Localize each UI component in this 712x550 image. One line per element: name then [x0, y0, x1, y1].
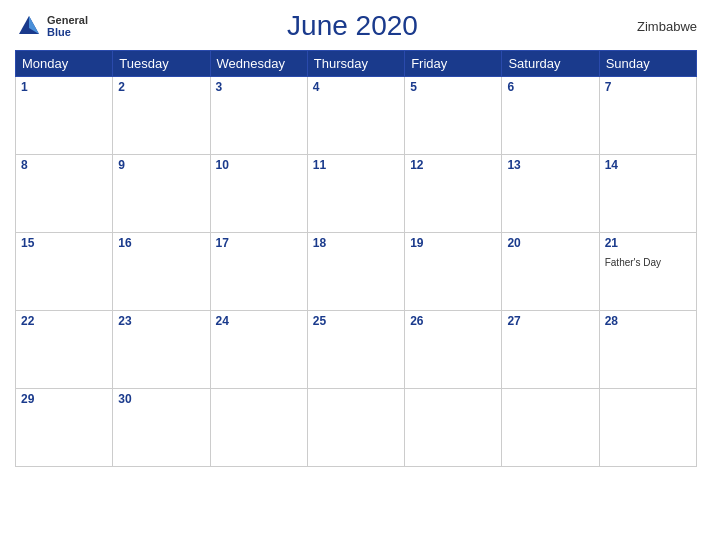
day-event: Father's Day: [605, 257, 661, 268]
calendar-container: General Blue June 2020 Zimbabwe Monday T…: [0, 0, 712, 550]
day-cell-0-4: 5: [405, 77, 502, 155]
day-number: 18: [313, 236, 399, 250]
day-cell-3-4: 26: [405, 311, 502, 389]
day-number: 25: [313, 314, 399, 328]
day-cell-2-0: 15: [16, 233, 113, 311]
logo-area: General Blue: [15, 12, 88, 40]
day-number: 26: [410, 314, 496, 328]
header-wednesday: Wednesday: [210, 51, 307, 77]
day-number: 10: [216, 158, 302, 172]
day-number: 19: [410, 236, 496, 250]
day-cell-1-5: 13: [502, 155, 599, 233]
day-cell-1-1: 9: [113, 155, 210, 233]
day-cell-3-2: 24: [210, 311, 307, 389]
day-cell-4-6: [599, 389, 696, 467]
day-cell-4-1: 30: [113, 389, 210, 467]
week-row-4: 22232425262728: [16, 311, 697, 389]
day-cell-3-5: 27: [502, 311, 599, 389]
day-number: 17: [216, 236, 302, 250]
generalblue-logo-icon: [15, 12, 43, 40]
day-cell-2-1: 16: [113, 233, 210, 311]
day-number: 13: [507, 158, 593, 172]
day-number: 21: [605, 236, 691, 250]
day-cell-4-4: [405, 389, 502, 467]
header-friday: Friday: [405, 51, 502, 77]
weekday-header-row: Monday Tuesday Wednesday Thursday Friday…: [16, 51, 697, 77]
day-cell-4-0: 29: [16, 389, 113, 467]
day-cell-1-0: 8: [16, 155, 113, 233]
day-cell-3-0: 22: [16, 311, 113, 389]
day-number: 1: [21, 80, 107, 94]
logo-text: General Blue: [47, 14, 88, 38]
day-cell-0-6: 7: [599, 77, 696, 155]
header-thursday: Thursday: [307, 51, 404, 77]
day-cell-1-2: 10: [210, 155, 307, 233]
day-cell-2-4: 19: [405, 233, 502, 311]
week-row-3: 15161718192021Father's Day: [16, 233, 697, 311]
day-cell-0-5: 6: [502, 77, 599, 155]
logo-blue-text: Blue: [47, 26, 88, 38]
day-cell-4-3: [307, 389, 404, 467]
header-sunday: Sunday: [599, 51, 696, 77]
day-number: 2: [118, 80, 204, 94]
day-number: 27: [507, 314, 593, 328]
header-saturday: Saturday: [502, 51, 599, 77]
day-cell-3-1: 23: [113, 311, 210, 389]
day-number: 22: [21, 314, 107, 328]
logo-general-text: General: [47, 14, 88, 26]
day-cell-4-2: [210, 389, 307, 467]
day-number: 15: [21, 236, 107, 250]
week-row-5: 2930: [16, 389, 697, 467]
day-number: 7: [605, 80, 691, 94]
day-cell-2-2: 17: [210, 233, 307, 311]
day-cell-0-1: 2: [113, 77, 210, 155]
day-cell-1-4: 12: [405, 155, 502, 233]
calendar-header: General Blue June 2020 Zimbabwe: [15, 10, 697, 42]
header-tuesday: Tuesday: [113, 51, 210, 77]
day-number: 11: [313, 158, 399, 172]
header-monday: Monday: [16, 51, 113, 77]
day-cell-3-3: 25: [307, 311, 404, 389]
week-row-2: 891011121314: [16, 155, 697, 233]
day-number: 9: [118, 158, 204, 172]
week-row-1: 1234567: [16, 77, 697, 155]
day-cell-0-0: 1: [16, 77, 113, 155]
country-label: Zimbabwe: [617, 19, 697, 34]
day-number: 6: [507, 80, 593, 94]
day-cell-3-6: 28: [599, 311, 696, 389]
day-cell-1-6: 14: [599, 155, 696, 233]
day-cell-2-6: 21Father's Day: [599, 233, 696, 311]
day-cell-4-5: [502, 389, 599, 467]
day-number: 14: [605, 158, 691, 172]
day-number: 28: [605, 314, 691, 328]
day-number: 30: [118, 392, 204, 406]
day-number: 23: [118, 314, 204, 328]
day-number: 12: [410, 158, 496, 172]
day-cell-0-2: 3: [210, 77, 307, 155]
calendar-table: Monday Tuesday Wednesday Thursday Friday…: [15, 50, 697, 467]
day-cell-0-3: 4: [307, 77, 404, 155]
day-number: 29: [21, 392, 107, 406]
day-number: 24: [216, 314, 302, 328]
calendar-title: June 2020: [88, 10, 617, 42]
day-number: 3: [216, 80, 302, 94]
day-cell-1-3: 11: [307, 155, 404, 233]
day-cell-2-5: 20: [502, 233, 599, 311]
day-number: 16: [118, 236, 204, 250]
day-number: 8: [21, 158, 107, 172]
day-number: 20: [507, 236, 593, 250]
day-cell-2-3: 18: [307, 233, 404, 311]
day-number: 4: [313, 80, 399, 94]
day-number: 5: [410, 80, 496, 94]
